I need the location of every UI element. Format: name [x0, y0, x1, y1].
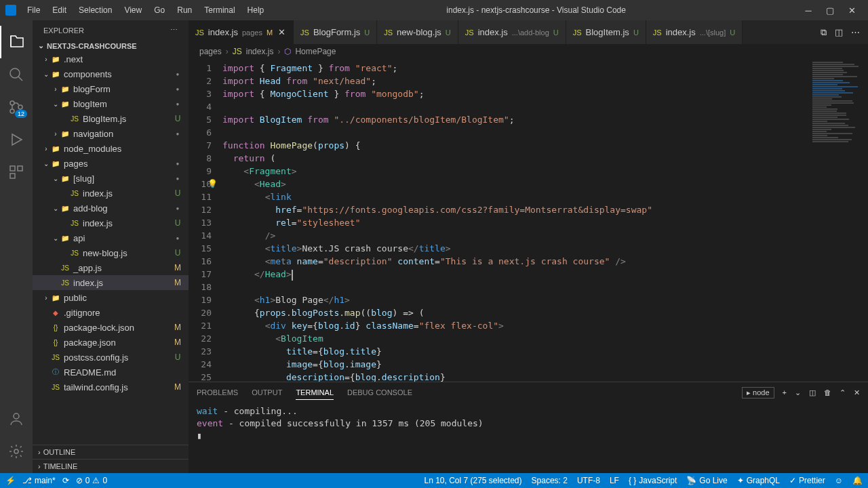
- sidebar-more-icon[interactable]: ⋯: [170, 26, 178, 35]
- shell-select[interactable]: ▸ node: [742, 387, 774, 399]
- bell-icon[interactable]: 🔔: [852, 476, 863, 485]
- line-gutter: 1234567891011121314151617181920212223242…: [189, 59, 222, 382]
- close-icon: ✕: [277, 27, 286, 37]
- trash-icon[interactable]: 🗑: [824, 388, 831, 396]
- compare-icon[interactable]: ⧉: [821, 27, 827, 38]
- menu-view[interactable]: View: [119, 3, 147, 18]
- cursor-position[interactable]: Ln 10, Col 7 (275 selected): [424, 476, 521, 485]
- file-item[interactable]: JSindex.jsU: [33, 216, 189, 230]
- file-item[interactable]: JS_app.jsM: [33, 260, 189, 275]
- close-button[interactable]: ✕: [846, 5, 857, 16]
- search-activity[interactable]: [0, 58, 33, 91]
- folder-item[interactable]: ›📁.next: [33, 52, 189, 66]
- panel: PROBLEMSOUTPUTTERMINALDEBUG CONSOLE▸ nod…: [189, 382, 868, 473]
- folder-item[interactable]: ⌄📁[slug]●: [33, 171, 189, 186]
- folder-item[interactable]: ⌄📁components●: [33, 66, 189, 81]
- outline-section[interactable]: › OUTLINE: [33, 445, 189, 459]
- menu-terminal[interactable]: Terminal: [199, 3, 240, 18]
- outline-label: OUTLINE: [43, 448, 76, 456]
- menu-help[interactable]: Help: [242, 3, 270, 18]
- prettier-status[interactable]: ✓ Prettier: [789, 476, 825, 485]
- settings-activity[interactable]: [0, 435, 33, 468]
- golive-button[interactable]: 📡 Go Live: [686, 476, 727, 485]
- breadcrumbs[interactable]: pages › JS index.js › ⬡ HomePage: [189, 44, 868, 59]
- folder-item[interactable]: ⌄📁add-blog●: [33, 201, 189, 216]
- panel-tabs: PROBLEMSOUTPUTTERMINALDEBUG CONSOLE▸ nod…: [189, 382, 868, 403]
- folder-item[interactable]: ›📁node_modules: [33, 141, 189, 156]
- menu-go[interactable]: Go: [149, 3, 170, 18]
- accounts-activity[interactable]: [0, 403, 33, 435]
- encoding-status[interactable]: UTF-8: [577, 476, 600, 485]
- editor-content[interactable]: 1234567891011121314151617181920212223242…: [189, 59, 868, 382]
- window-controls: ─ ▢ ✕: [803, 5, 863, 16]
- branch-status[interactable]: ⎇ main*: [22, 476, 56, 485]
- maximize-button[interactable]: ▢: [825, 5, 835, 16]
- file-item[interactable]: {}package.jsonM: [33, 335, 189, 350]
- sync-button[interactable]: ⟳: [62, 476, 69, 485]
- run-debug-activity[interactable]: [0, 123, 33, 156]
- minimize-button[interactable]: ─: [803, 5, 814, 16]
- terminal-output[interactable]: wait - compiling...event - compiled succ…: [189, 403, 868, 473]
- maximize-panel-icon[interactable]: ⌃: [840, 388, 846, 397]
- file-item[interactable]: JSpostcss.config.jsU: [33, 350, 189, 365]
- panel-tab-problems[interactable]: PROBLEMS: [197, 386, 238, 399]
- editor-tabs: JSindex.jspagesM✕JSBlogForm.jsUJSnew-blo…: [189, 20, 868, 44]
- menu-run[interactable]: Run: [172, 3, 197, 18]
- file-item[interactable]: JStailwind.config.jsM: [33, 380, 189, 394]
- file-item[interactable]: {}package-lock.jsonM: [33, 320, 189, 335]
- graphql-status[interactable]: ✦ GraphQL: [737, 476, 780, 485]
- panel-tab-debug-console[interactable]: DEBUG CONSOLE: [347, 386, 412, 399]
- problems-status[interactable]: ⊘ 0 ⚠ 0: [76, 476, 107, 485]
- file-item[interactable]: JSindex.jsM: [33, 275, 189, 290]
- menu-file[interactable]: File: [22, 3, 45, 18]
- svg-rect-6: [10, 166, 15, 171]
- svg-line-1: [18, 77, 22, 81]
- explorer-activity[interactable]: [0, 26, 33, 58]
- folder-item[interactable]: ›📁public: [33, 290, 189, 305]
- language-status[interactable]: { } JavaScript: [629, 476, 677, 485]
- chevron-right-icon: ›: [38, 462, 41, 470]
- scm-badge: 12: [15, 110, 27, 118]
- folder-item[interactable]: ⌄📁api●: [33, 230, 189, 245]
- editor-tab[interactable]: JSindex.js...\add-blogU: [458, 20, 566, 44]
- remote-button[interactable]: ⚡: [5, 476, 16, 485]
- eol-status[interactable]: LF: [610, 476, 619, 485]
- minimap[interactable]: [807, 59, 868, 382]
- project-header[interactable]: ⌄ NEXTJS-CRASHCOURSE: [33, 40, 189, 52]
- panel-tab-output[interactable]: OUTPUT: [252, 386, 282, 399]
- source-control-activity[interactable]: 12: [0, 91, 33, 123]
- vscode-icon: [5, 5, 16, 16]
- menu-selection[interactable]: Selection: [73, 3, 117, 18]
- folder-item[interactable]: ›📁blogForm●: [33, 81, 189, 96]
- new-terminal-icon[interactable]: +: [783, 388, 787, 396]
- editor-tab[interactable]: JSnew-blog.jsU: [377, 20, 458, 44]
- editor-tab[interactable]: JSindex.jspagesM✕: [189, 20, 294, 44]
- more-icon[interactable]: ⋯: [851, 27, 860, 37]
- breadcrumb-item[interactable]: index.js: [246, 47, 274, 56]
- chevron-down-icon[interactable]: ⌄: [795, 388, 801, 397]
- feedback-button[interactable]: ☺: [835, 476, 843, 485]
- extensions-activity[interactable]: [0, 156, 33, 188]
- menu-edit[interactable]: Edit: [47, 3, 72, 18]
- file-item[interactable]: JSnew-blog.jsU: [33, 245, 189, 260]
- split-icon[interactable]: ◫: [835, 27, 843, 37]
- folder-item[interactable]: ⌄📁pages●: [33, 156, 189, 171]
- timeline-section[interactable]: › TIMELINE: [33, 459, 189, 473]
- chevron-right-icon: ›: [38, 448, 41, 456]
- close-panel-icon[interactable]: ✕: [854, 388, 860, 397]
- file-item[interactable]: JSBlogItem.jsU: [33, 111, 189, 126]
- file-item[interactable]: ⓘREADME.md: [33, 365, 189, 380]
- file-item[interactable]: JSindex.jsU: [33, 186, 189, 201]
- indent-status[interactable]: Spaces: 2: [532, 476, 568, 485]
- breadcrumb-item[interactable]: pages: [199, 47, 222, 56]
- editor-tab[interactable]: JSBlogForm.jsU: [294, 20, 377, 44]
- folder-item[interactable]: ⌄📁blogItem●: [33, 96, 189, 111]
- file-item[interactable]: ◆.gitignore: [33, 305, 189, 320]
- folder-item[interactable]: ›📁navigation●: [33, 126, 189, 141]
- split-terminal-icon[interactable]: ◫: [809, 388, 816, 397]
- code-area[interactable]: import { Fragment } from "react";import …: [222, 59, 807, 382]
- breadcrumb-item[interactable]: HomePage: [295, 47, 336, 56]
- editor-tab[interactable]: JSindex.js...\[slug]U: [646, 20, 743, 44]
- panel-tab-terminal[interactable]: TERMINAL: [296, 386, 334, 400]
- editor-tab[interactable]: JSBlogItem.jsU: [566, 20, 646, 44]
